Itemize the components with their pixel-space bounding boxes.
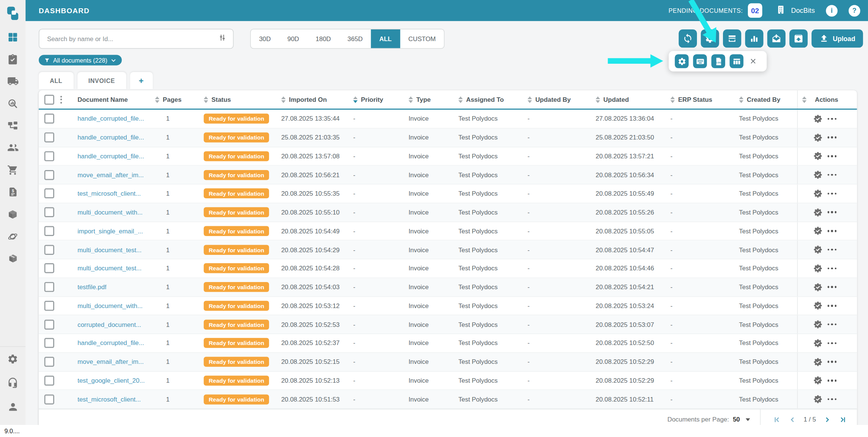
row-checkbox[interactable]: [44, 319, 54, 329]
row-more-actions-icon[interactable]: [828, 174, 837, 176]
last-page-button[interactable]: [839, 415, 847, 423]
select-all-checkbox[interactable]: [44, 95, 54, 104]
document-name-link[interactable]: import_single_email_...: [78, 228, 143, 235]
validated-seal-icon[interactable]: [813, 394, 823, 404]
package-alt-icon[interactable]: [7, 253, 18, 264]
add-tab-button[interactable]: +: [130, 72, 153, 89]
validated-seal-icon[interactable]: [813, 133, 823, 142]
row-more-actions-icon[interactable]: [828, 118, 837, 120]
row-more-actions-icon[interactable]: [828, 305, 837, 307]
row-more-actions-icon[interactable]: [828, 155, 837, 157]
document-name-link[interactable]: multi_document_with...: [78, 302, 143, 309]
documents-per-page[interactable]: Documents per Page: 50: [667, 416, 760, 423]
row-checkbox[interactable]: [44, 245, 54, 255]
col-header-imported-on[interactable]: Imported On: [277, 90, 349, 109]
tab-all[interactable]: ALL: [39, 72, 73, 89]
validated-seal-icon[interactable]: [813, 170, 823, 179]
row-checkbox[interactable]: [44, 226, 54, 236]
document-name-link[interactable]: handle_corrupted_file...: [78, 153, 144, 159]
col-header-actions[interactable]: Actions: [797, 90, 857, 109]
row-more-actions-icon[interactable]: [828, 324, 837, 325]
tasks-clipboard-icon[interactable]: [7, 53, 18, 65]
document-name-link[interactable]: handle_corrupted_file...: [78, 115, 144, 122]
col-header-assigned-to[interactable]: Assigned To: [454, 90, 523, 109]
app-logo-icon[interactable]: [5, 5, 21, 23]
validated-seal-icon[interactable]: [813, 376, 823, 385]
kebab-menu-icon[interactable]: [60, 95, 62, 103]
date-filter-all[interactable]: ALL: [371, 29, 400, 48]
workflow-icon[interactable]: [7, 120, 18, 131]
col-header-updated[interactable]: Updated: [591, 90, 666, 109]
validated-seal-icon[interactable]: [813, 189, 823, 198]
row-checkbox[interactable]: [44, 207, 54, 217]
popup-keyboard-button[interactable]: [693, 54, 707, 68]
col-header-type[interactable]: Type: [404, 90, 454, 109]
help-icon[interactable]: ?: [849, 5, 860, 16]
document-name-link[interactable]: test_microsoft_client...: [78, 396, 141, 403]
document-name-link[interactable]: move_email_after_im...: [78, 359, 144, 365]
document-name-link[interactable]: multi_document_test...: [78, 246, 142, 253]
package-icon[interactable]: [7, 208, 18, 220]
date-filter-365d[interactable]: 365D: [339, 29, 371, 48]
analytics-chart-button[interactable]: [745, 29, 763, 48]
row-more-actions-icon[interactable]: [828, 380, 837, 382]
col-header-pages[interactable]: Pages: [151, 90, 199, 109]
settings-gear-icon[interactable]: [7, 353, 18, 366]
scanner-button[interactable]: [723, 29, 741, 48]
previous-page-button[interactable]: [788, 415, 796, 423]
support-headset-icon[interactable]: [7, 377, 18, 391]
shopping-cart-icon[interactable]: [7, 164, 18, 176]
row-checkbox[interactable]: [44, 170, 54, 180]
row-more-actions-icon[interactable]: [828, 136, 837, 138]
validated-seal-icon[interactable]: [813, 114, 823, 124]
next-page-button[interactable]: [823, 415, 831, 423]
row-checkbox[interactable]: [44, 376, 54, 385]
validated-seal-icon[interactable]: [813, 301, 823, 310]
row-more-actions-icon[interactable]: [828, 267, 837, 269]
document-name-link[interactable]: test_microsoft_client...: [78, 190, 141, 197]
document-name-link[interactable]: corrupted_document...: [78, 321, 141, 328]
validated-seal-icon[interactable]: [813, 320, 823, 329]
validated-seal-icon[interactable]: [813, 282, 823, 292]
validated-seal-icon[interactable]: [813, 264, 823, 273]
mail-import-button[interactable]: [767, 29, 785, 48]
col-header-created-by[interactable]: Created By: [735, 90, 797, 109]
invoice-document-icon[interactable]: $: [7, 186, 18, 198]
import-box-button[interactable]: [790, 29, 808, 48]
row-checkbox[interactable]: [44, 264, 54, 273]
col-header-priority[interactable]: Priority: [349, 90, 404, 109]
analytics-search-icon[interactable]: [7, 98, 18, 109]
popup-log-file-button[interactable]: LOG: [711, 54, 725, 68]
row-checkbox[interactable]: [44, 301, 54, 311]
validated-seal-icon[interactable]: [813, 226, 823, 236]
row-more-actions-icon[interactable]: [828, 398, 837, 400]
row-checkbox[interactable]: [44, 357, 54, 366]
validated-seal-icon[interactable]: [813, 357, 823, 366]
search-input[interactable]: [46, 35, 218, 43]
all-documents-filter-chip[interactable]: All documents (228): [39, 55, 122, 65]
document-name-link[interactable]: multi_document_with...: [78, 209, 143, 216]
orbit-icon[interactable]: [7, 230, 18, 242]
tab-invoice[interactable]: INVOICE: [77, 72, 126, 89]
settings-button[interactable]: [701, 29, 719, 48]
col-header-erp-status[interactable]: ERP Status: [666, 90, 735, 109]
shipping-truck-icon[interactable]: [7, 75, 18, 87]
sync-button[interactable]: [679, 29, 697, 48]
users-icon[interactable]: [7, 142, 18, 153]
popup-settings-button[interactable]: [675, 54, 689, 68]
row-more-actions-icon[interactable]: [828, 230, 837, 232]
info-icon[interactable]: i: [826, 5, 837, 16]
row-checkbox[interactable]: [44, 132, 54, 142]
col-header-status[interactable]: Status: [199, 90, 277, 109]
date-filter-30d[interactable]: 30D: [251, 29, 279, 48]
row-checkbox[interactable]: [44, 151, 54, 161]
row-more-actions-icon[interactable]: [828, 361, 837, 363]
validated-seal-icon[interactable]: [813, 207, 823, 217]
validated-seal-icon[interactable]: [813, 339, 823, 348]
row-more-actions-icon[interactable]: [828, 286, 837, 288]
row-more-actions-icon[interactable]: [828, 249, 837, 251]
row-checkbox[interactable]: [44, 114, 54, 124]
document-name-link[interactable]: handle_corrupted_file...: [78, 134, 144, 141]
upload-button[interactable]: Upload: [812, 29, 863, 48]
filter-tune-icon[interactable]: [218, 33, 227, 44]
